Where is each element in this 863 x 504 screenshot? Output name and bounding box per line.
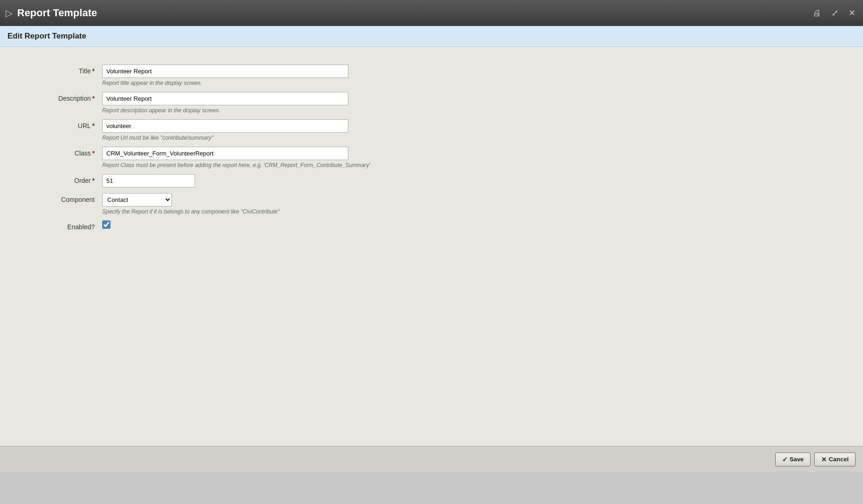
save-label: Save (790, 456, 804, 463)
section-header: Edit Report Template (0, 26, 863, 47)
save-icon: ✓ (782, 456, 788, 463)
title-field-cell: Report title appear in the display scree… (102, 61, 863, 88)
description-field-cell: Report description appear in the display… (102, 88, 863, 116)
url-field-cell: Report Url must be like "contribute/summ… (102, 116, 863, 143)
url-label: URL* (0, 116, 102, 143)
order-label: Order* (0, 170, 102, 189)
description-required: * (92, 95, 95, 102)
cancel-label: Cancel (829, 456, 849, 463)
class-input[interactable] (102, 147, 348, 160)
component-label: Component (0, 189, 102, 217)
order-input[interactable] (102, 174, 195, 187)
title-required: * (92, 67, 95, 75)
enabled-checkbox[interactable] (102, 220, 111, 229)
window-title: Report Template (17, 7, 97, 19)
url-input[interactable] (102, 119, 348, 133)
enabled-label: Enabled? (0, 217, 102, 233)
url-row: URL* Report Url must be like "contribute… (0, 116, 863, 143)
order-required: * (92, 177, 95, 184)
expand-button[interactable]: ⤢ (830, 6, 840, 20)
component-field-cell: Contact CiviContribute CiviEvent CiviVol… (102, 189, 863, 217)
cancel-button[interactable]: ✕ Cancel (814, 452, 856, 466)
url-hint: Report Url must be like "contribute/summ… (102, 135, 863, 141)
save-button[interactable]: ✓ Save (775, 452, 811, 466)
description-label: Description* (0, 88, 102, 116)
title-bar: ▷ Report Template 🖨 ⤢ ✕ (0, 0, 863, 26)
class-required: * (92, 149, 95, 157)
order-row: Order* (0, 170, 863, 189)
form-table: Title* Report title appear in the displa… (0, 61, 863, 233)
component-select[interactable]: Contact CiviContribute CiviEvent CiviVol… (102, 193, 172, 207)
component-hint: Specify the Report if it is belongs to a… (102, 208, 863, 215)
class-row: Class* Report Class must be present befo… (0, 143, 863, 170)
close-button[interactable]: ✕ (847, 6, 857, 20)
report-icon: ▷ (6, 7, 13, 19)
description-hint: Report description appear in the display… (102, 107, 863, 114)
form-area: Title* Report title appear in the displa… (0, 47, 863, 446)
title-bar-controls: 🖨 ⤢ ✕ (811, 6, 857, 20)
section-title: Edit Report Template (7, 32, 86, 40)
cancel-icon: ✕ (821, 456, 827, 463)
title-label: Title* (0, 61, 102, 88)
enabled-field-cell (102, 217, 863, 233)
print-button[interactable]: 🖨 (811, 6, 823, 20)
title-bar-left: ▷ Report Template (6, 7, 97, 19)
description-input[interactable] (102, 92, 348, 105)
class-hint: Report Class must be present before addi… (102, 162, 863, 168)
component-row: Component Contact CiviContribute CiviEve… (0, 189, 863, 217)
title-row: Title* Report title appear in the displa… (0, 61, 863, 88)
order-field-cell (102, 170, 863, 189)
url-required: * (92, 122, 95, 129)
description-row: Description* Report description appear i… (0, 88, 863, 116)
class-field-cell: Report Class must be present before addi… (102, 143, 863, 170)
enabled-row: Enabled? (0, 217, 863, 233)
title-hint: Report title appear in the display scree… (102, 80, 863, 86)
bottom-bar: ✓ Save ✕ Cancel (0, 446, 863, 472)
title-input[interactable] (102, 65, 348, 78)
class-label: Class* (0, 143, 102, 170)
